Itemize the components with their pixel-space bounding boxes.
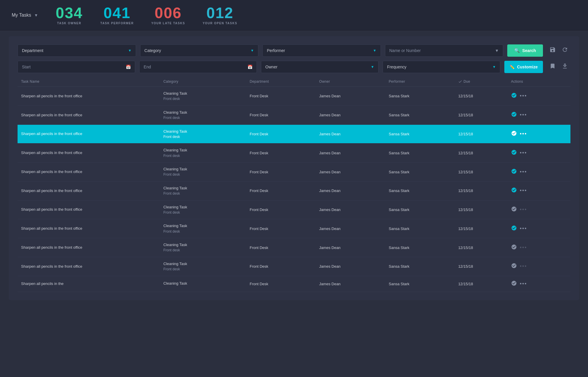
- end-date-input[interactable]: End 📅: [139, 61, 257, 73]
- table-row[interactable]: Sharpen all pencils in the front office …: [18, 181, 570, 200]
- save-icon-button[interactable]: [547, 45, 558, 56]
- category-cell: Cleaning Task Front desk: [163, 110, 247, 120]
- more-actions-button[interactable]: •••: [520, 226, 527, 232]
- task-name-cell: Sharpen all pencils in the front office: [21, 207, 161, 212]
- my-tasks-button[interactable]: My Tasks ▼: [12, 13, 38, 18]
- table-row[interactable]: Sharpen all pencils in the front office …: [18, 125, 570, 144]
- actions-cell: •••: [511, 92, 567, 100]
- due-cell: 12/15/18: [458, 188, 508, 193]
- owner-cell: James Dean: [319, 170, 386, 174]
- stat-number: 034: [56, 5, 83, 20]
- department-cell: Front Desk: [250, 226, 317, 231]
- check-action-icon[interactable]: [511, 149, 517, 157]
- search-icon: 🔍: [514, 48, 520, 53]
- department-filter[interactable]: Department ▼: [18, 44, 136, 57]
- check-action-icon[interactable]: [511, 130, 517, 138]
- table-row[interactable]: Sharpen all pencils in the front office …: [18, 87, 570, 106]
- header-action-icons: [547, 45, 570, 56]
- check-action-icon[interactable]: [511, 263, 517, 270]
- more-actions-button[interactable]: •••: [520, 150, 527, 156]
- check-action-icon[interactable]: [511, 168, 517, 176]
- col-task-name: Task Name: [21, 79, 161, 84]
- due-cell: 12/15/18: [458, 245, 508, 250]
- more-actions-button[interactable]: •••: [520, 245, 527, 251]
- task-name-cell: Sharpen all pencils in the front office: [21, 264, 161, 269]
- table-row[interactable]: Sharpen all pencils in the front office …: [18, 238, 570, 257]
- table-row[interactable]: Sharpen all pencils in the front office …: [18, 106, 570, 125]
- more-actions-button[interactable]: •••: [520, 112, 527, 118]
- col-owner: Owner: [319, 79, 386, 84]
- chevron-down-icon: ▼: [492, 65, 496, 69]
- stat-number: 012: [206, 5, 233, 20]
- more-actions-button[interactable]: •••: [520, 263, 527, 269]
- search-button[interactable]: 🔍 Search: [507, 44, 543, 57]
- task-table: Task Name Category Department Owner Perf…: [18, 79, 570, 292]
- actions-cell: •••: [511, 244, 567, 251]
- owner-cell: James Dean: [319, 132, 386, 136]
- check-action-icon[interactable]: [511, 92, 517, 100]
- chevron-down-icon: ▼: [371, 65, 374, 69]
- chevron-down-icon: ▼: [34, 13, 38, 18]
- task-name-cell: Sharpen all pencils in the front office: [21, 226, 161, 231]
- more-actions-button[interactable]: •••: [520, 131, 527, 137]
- reset-icon-button[interactable]: [559, 45, 570, 56]
- filter-row-2: Start 📅 End 📅 Owner ▼ Frequency ▼ ✏️ Cus…: [18, 61, 570, 73]
- more-actions-button[interactable]: •••: [520, 281, 527, 287]
- table-row[interactable]: Sharpen all pencils in the front office …: [18, 162, 570, 181]
- performer-cell: Sansa Stark: [389, 132, 456, 136]
- category-cell: Cleaning Task Front desk: [163, 242, 247, 253]
- due-cell: 12/15/18: [458, 264, 508, 269]
- col-due: Due: [458, 79, 508, 84]
- table-row[interactable]: Sharpen all pencils in the Cleaning Task…: [18, 276, 570, 292]
- start-date-input[interactable]: Start 📅: [18, 61, 135, 73]
- bookmark-icon-button[interactable]: [547, 62, 558, 72]
- performer-cell: Sansa Stark: [389, 245, 456, 250]
- task-name-cell: Sharpen all pencils in the front office: [21, 169, 161, 174]
- chevron-down-icon: ▼: [495, 48, 499, 53]
- owner-cell: James Dean: [319, 188, 386, 193]
- table-header-row: Task Name Category Department Owner Perf…: [18, 79, 570, 87]
- category-cell: Cleaning Task Front desk: [163, 261, 247, 272]
- table-row[interactable]: Sharpen all pencils in the front office …: [18, 143, 570, 162]
- frequency-filter[interactable]: Frequency ▼: [383, 61, 500, 73]
- due-cell: 12/15/18: [458, 113, 508, 117]
- more-actions-button[interactable]: •••: [520, 207, 527, 213]
- more-actions-button[interactable]: •••: [520, 169, 527, 175]
- check-action-icon[interactable]: [511, 280, 517, 288]
- department-cell: Front Desk: [250, 151, 317, 155]
- col-department: Department: [250, 79, 317, 84]
- performer-cell: Sansa Stark: [389, 113, 456, 117]
- task-name-cell: Sharpen all pencils in the: [21, 281, 161, 286]
- owner-cell: James Dean: [319, 282, 386, 286]
- actions-cell: •••: [511, 206, 567, 213]
- task-name-cell: Sharpen all pencils in the front office: [21, 245, 161, 250]
- category-cell: Cleaning Task Front desk: [163, 148, 247, 158]
- check-action-icon[interactable]: [511, 206, 517, 213]
- performer-cell: Sansa Stark: [389, 94, 456, 98]
- table-row[interactable]: Sharpen all pencils in the front office …: [18, 219, 570, 238]
- actions-cell: •••: [511, 187, 567, 194]
- actions-cell: •••: [511, 263, 567, 270]
- download-icon-button[interactable]: [559, 62, 570, 72]
- check-action-icon[interactable]: [511, 244, 517, 251]
- table-row[interactable]: Sharpen all pencils in the front office …: [18, 200, 570, 219]
- chevron-down-icon: ▼: [128, 49, 132, 53]
- customize-button[interactable]: ✏️ Customize: [504, 61, 543, 73]
- name-or-number-input[interactable]: Name or Number ▼: [385, 44, 503, 57]
- owner-filter[interactable]: Owner ▼: [261, 61, 379, 73]
- customize-icon: ✏️: [510, 65, 515, 69]
- calendar-icon: 📅: [247, 65, 252, 69]
- stat-block-your-open-tasks: 012 YOUR OPEN TASKS: [203, 5, 237, 25]
- owner-cell: James Dean: [319, 245, 386, 250]
- check-action-icon[interactable]: [511, 187, 517, 194]
- performer-filter[interactable]: Performer ▼: [262, 44, 381, 57]
- check-action-icon[interactable]: [511, 111, 517, 119]
- department-cell: Front Desk: [250, 264, 317, 269]
- more-actions-button[interactable]: •••: [520, 188, 527, 194]
- more-actions-button[interactable]: •••: [520, 93, 527, 99]
- check-action-icon[interactable]: [511, 225, 517, 232]
- table-row[interactable]: Sharpen all pencils in the front office …: [18, 257, 570, 276]
- category-filter[interactable]: Category ▼: [140, 44, 259, 57]
- department-cell: Front Desk: [250, 132, 317, 136]
- my-tasks-label: My Tasks: [12, 13, 31, 18]
